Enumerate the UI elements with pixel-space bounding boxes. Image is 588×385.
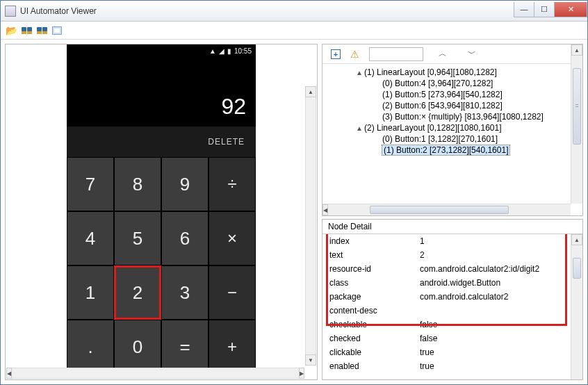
- key-9[interactable]: 9: [161, 157, 209, 211]
- key-2[interactable]: 2: [114, 265, 161, 320]
- detail-row: clickabletrue: [322, 345, 582, 359]
- app-icon: [5, 6, 16, 17]
- key-4[interactable]: 4: [67, 211, 114, 265]
- key-+[interactable]: +: [209, 320, 256, 374]
- status-bar: ▲ ◢ ▮ 10:55: [67, 44, 256, 57]
- minimize-button[interactable]: —: [514, 2, 534, 17]
- key-1[interactable]: 1: [67, 265, 114, 320]
- tree-node[interactable]: (1) Button:2 [273,1282][540,1601]: [322, 145, 582, 156]
- tree-node[interactable]: (1) Button:5 [273,964][540,1282]: [322, 89, 582, 100]
- device-dump-icon[interactable]: [20, 25, 33, 36]
- close-button[interactable]: ✕: [554, 2, 587, 17]
- node-detail-table: index1text2resource-idcom.android.calcul…: [322, 234, 582, 373]
- tree-horizontal-scrollbar[interactable]: ◀: [322, 204, 571, 215]
- key-0[interactable]: 0: [114, 320, 161, 374]
- battery-icon: ▮: [227, 47, 231, 55]
- key-.[interactable]: .: [67, 320, 114, 374]
- screenshot-pane: ▲ ◢ ▮ 10:55 92 DELETE 789÷456×123−.0=+ ▲…: [5, 44, 318, 380]
- tree-toolbar: + ⚠ ︿ ﹀: [322, 44, 582, 64]
- tree-vertical-scrollbar[interactable]: ▲: [571, 44, 582, 204]
- hierarchy-tree-pane: + ⚠ ︿ ﹀ ▲(1) LinearLayout [0,964][1080,1…: [322, 44, 583, 216]
- detail-row: text2: [322, 248, 582, 262]
- calc-display: 92: [67, 57, 256, 126]
- tree-node[interactable]: ▲(1) LinearLayout [0,964][1080,1282]: [322, 67, 582, 78]
- window-title: UI Automator Viewer: [20, 6, 514, 16]
- tree-node[interactable]: (2) Button:6 [543,964][810,1282]: [322, 100, 582, 111]
- delete-button[interactable]: DELETE: [67, 126, 256, 157]
- detail-row: classandroid.widget.Button: [322, 276, 582, 290]
- key-6[interactable]: 6: [161, 211, 209, 265]
- maximize-button[interactable]: ☐: [534, 2, 555, 17]
- key-5[interactable]: 5: [114, 211, 161, 265]
- folder-open-icon[interactable]: 📂: [5, 25, 17, 36]
- toolbar: 📂: [1, 22, 587, 40]
- device-screenshot[interactable]: ▲ ◢ ▮ 10:55 92 DELETE 789÷456×123−.0=+: [67, 44, 256, 374]
- key-7[interactable]: 7: [67, 157, 114, 211]
- wifi-icon: ▲: [209, 47, 216, 55]
- new-sheet-icon[interactable]: [51, 25, 63, 36]
- app-window: UI Automator Viewer — ☐ ✕ 📂 ▲ ◢ ▮ 10:55 …: [0, 0, 588, 385]
- status-time: 10:55: [234, 47, 252, 55]
- device-dump-compressed-icon[interactable]: [35, 25, 48, 36]
- signal-icon: ◢: [219, 47, 224, 55]
- expand-all-icon[interactable]: +: [331, 49, 341, 59]
- chevron-down-icon[interactable]: ﹀: [462, 48, 482, 60]
- key-8[interactable]: 8: [114, 157, 161, 211]
- key-−[interactable]: −: [209, 265, 256, 320]
- detail-row: index1: [322, 234, 582, 248]
- tree-node[interactable]: (0) Button:1 [3,1282][270,1601]: [322, 133, 582, 145]
- chevron-up-icon[interactable]: ︿: [433, 48, 452, 60]
- detail-row: checkablefalse: [322, 318, 582, 331]
- detail-row: enabledtrue: [322, 359, 582, 373]
- detail-vertical-scrollbar[interactable]: ▲: [571, 234, 582, 379]
- detail-row: packagecom.android.calculator2: [322, 290, 582, 304]
- warning-icon[interactable]: ⚠: [350, 49, 359, 60]
- key-×[interactable]: ×: [209, 211, 256, 265]
- node-detail-pane: Node Detail index1text2resource-idcom.an…: [322, 219, 583, 380]
- horizontal-scrollbar[interactable]: ◀▶: [6, 368, 304, 379]
- vertical-scrollbar[interactable]: ▲▼: [305, 86, 316, 366]
- titlebar[interactable]: UI Automator Viewer — ☐ ✕: [1, 1, 587, 22]
- key-÷[interactable]: ÷: [209, 157, 256, 211]
- key-3[interactable]: 3: [161, 265, 209, 320]
- hierarchy-tree[interactable]: ▲(1) LinearLayout [0,964][1080,1282](0) …: [322, 64, 582, 215]
- detail-row: resource-idcom.android.calculator2:id/di…: [322, 262, 582, 276]
- detail-row: checkedfalse: [322, 331, 582, 345]
- tree-node[interactable]: ▲(2) LinearLayout [0,1282][1080,1601]: [322, 122, 582, 133]
- tree-node[interactable]: (0) Button:4 [3,964][270,1282]: [322, 78, 582, 89]
- node-detail-title: Node Detail: [322, 220, 582, 234]
- keypad: 789÷456×123−.0=+: [67, 157, 256, 374]
- detail-row: content-desc: [322, 304, 582, 318]
- tree-node[interactable]: (3) Button:× {multiply} [813,964][1080,1…: [322, 111, 582, 122]
- key-=[interactable]: =: [161, 320, 209, 374]
- search-input[interactable]: [369, 47, 423, 61]
